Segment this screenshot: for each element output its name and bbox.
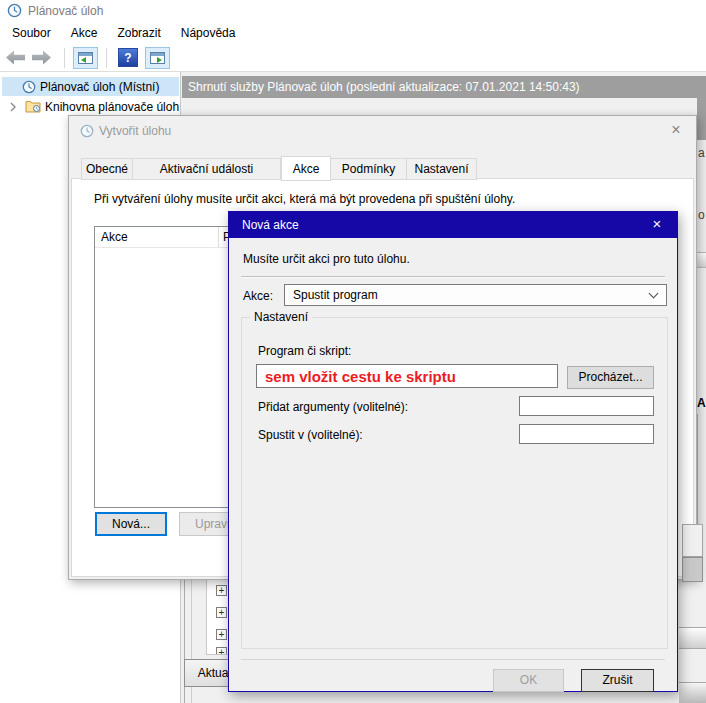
summary-pane-header: Shrnutí služby Plánovač úloh (poslední a… [182,76,706,98]
program-label: Program či skript: [258,344,351,358]
ok-button[interactable]: OK [493,669,564,692]
arguments-input[interactable] [519,396,654,416]
dialog-instruction: Musíte určit akci pro tuto úlohu. [243,252,410,266]
action-pane-text-fragment: a [698,146,705,160]
dialog-title: Vytvořit úlohu [99,124,171,138]
tree-item-scheduler-root[interactable]: Plánovač úloh (Místní) [2,77,179,96]
action-pane-divider [697,252,706,268]
toolbar: ? [0,44,706,72]
chevron-down-icon [649,289,659,299]
settings-group-label: Nastavení [250,310,312,324]
column-header-akce[interactable]: Akce [95,227,219,247]
clock-app-icon [7,3,22,21]
tab-nastaveni[interactable]: Nastavení [407,158,477,180]
console-tree-toggle-button[interactable] [73,47,98,69]
expand-plus-icon[interactable]: + [216,629,227,640]
window-titlebar: Plánovač úloh [0,0,706,22]
action-selected-value: Spustit program [293,288,378,302]
clock-icon [80,124,94,141]
dialog-title: Nová akce [229,212,677,238]
tab-obecne[interactable]: Obecné [81,158,133,180]
menu-akce[interactable]: Akce [61,22,108,44]
tab-aktivacni-udalosti[interactable]: Aktivační události [133,158,281,180]
folder-clock-icon [25,100,41,113]
tab-strip: Obecné Aktivační události Akce Podmínky … [81,156,477,180]
clock-icon [22,80,36,94]
move-up-button-fragment[interactable] [682,524,703,557]
tree-library-label: Knihovna plánovače úloh [45,100,179,114]
move-down-button-fragment[interactable] [682,557,703,582]
menu-bar: Soubor Akce Zobrazit Nápověda [0,22,706,44]
console-tree-icon [78,52,93,64]
separator [241,276,665,278]
browse-button[interactable]: Procházet... [567,366,654,389]
action-pane-title-fragment: Ak [697,396,706,410]
action-pane-header-fragment [697,98,706,140]
actions-instruction: Při vytváření úlohy musíte určit akci, k… [94,192,515,206]
action-pane-item-fragment [679,627,706,649]
cancel-button[interactable]: Zrušit [581,669,654,692]
toolbar-separator [64,48,65,68]
chevron-right-icon[interactable] [9,102,17,112]
menu-napoveda[interactable]: Nápověda [171,22,246,44]
action-select[interactable]: Spustit program [284,284,667,306]
separator [241,659,665,660]
tab-akce[interactable]: Akce [281,156,331,181]
tab-podminky[interactable]: Podmínky [331,158,407,180]
close-icon[interactable]: × [662,119,690,141]
new-action-dialog: Nová akce × Musíte určit akci pro tuto ú… [228,211,678,692]
action-pane-item-fragment [679,682,706,703]
toolbar-separator [106,48,107,68]
program-input[interactable] [256,364,558,388]
task-scheduler-window: Plánovač úloh Soubor Akce Zobrazit Nápov… [0,0,706,703]
settings-group: Nastavení Program či skript: Procházet..… [241,317,668,649]
action-label: Akce: [243,289,273,303]
menu-soubor[interactable]: Soubor [2,22,61,44]
close-icon[interactable]: × [637,212,677,238]
start-in-input[interactable] [519,424,654,444]
arguments-label: Přidat argumenty (volitelné): [258,400,408,414]
expand-plus-icon[interactable]: + [216,607,227,618]
window-title: Plánovač úloh [28,4,103,18]
tree-root-label: Plánovač úloh (Místní) [40,80,159,94]
expand-plus-icon[interactable]: + [216,647,227,655]
action-pane-icon [150,52,165,64]
action-pane-text-fragment: o [698,208,705,222]
forward-arrow-icon[interactable] [32,51,51,65]
back-arrow-icon[interactable] [6,51,25,65]
menu-zobrazit[interactable]: Zobrazit [107,22,170,44]
action-pane-toggle-button[interactable] [145,47,170,69]
tree-item-task-library[interactable]: Knihovna plánovače úloh [2,97,179,116]
help-icon[interactable]: ? [118,48,138,67]
new-action-button[interactable]: Nová... [95,512,167,536]
start-in-label: Spustit v (volitelné): [258,428,363,442]
expand-plus-icon[interactable]: + [216,585,227,596]
